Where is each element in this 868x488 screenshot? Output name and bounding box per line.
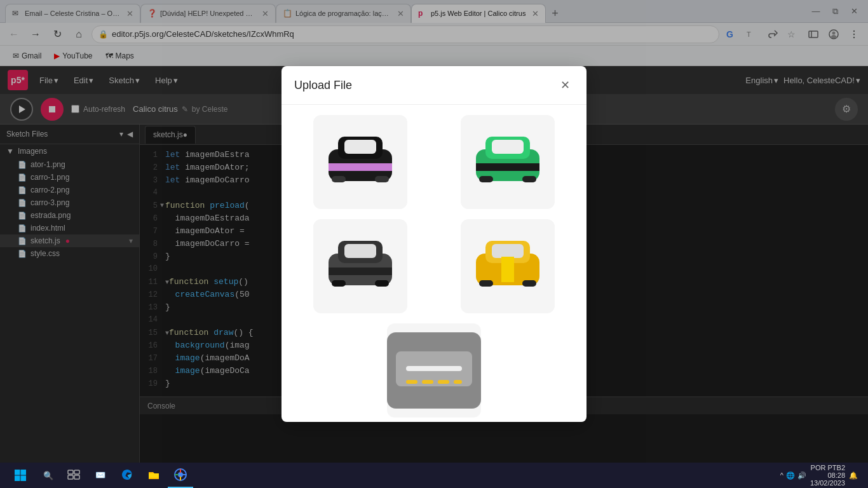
start-button[interactable] (5, 465, 36, 485)
svg-rect-50 (74, 475, 79, 479)
svg-point-52 (178, 472, 183, 477)
svg-rect-20 (492, 140, 524, 154)
svg-rect-41 (438, 380, 449, 384)
file-card-carro1[interactable] (313, 115, 407, 209)
chrome-icon (174, 468, 187, 481)
svg-rect-43 (15, 470, 20, 475)
svg-rect-38 (406, 366, 462, 371)
taskbar-clock: 08:28 (827, 471, 845, 479)
svg-rect-44 (21, 470, 27, 475)
file-card-carro3[interactable] (313, 219, 407, 313)
taskbar-app-edge[interactable] (114, 463, 140, 488)
svg-rect-45 (15, 476, 20, 482)
svg-rect-21 (476, 163, 539, 171)
file-card-carro4[interactable] (461, 219, 555, 313)
modal-overlay[interactable]: Upload File ✕ (0, 0, 868, 488)
svg-rect-27 (329, 268, 392, 275)
taskbar-search-button[interactable]: 🔍 (36, 465, 61, 485)
taskbar-right: ^ 🌐 🔊 POR PTB2 08:28 13/02/2023 🔔 (780, 464, 863, 487)
road-image-estrada (387, 332, 481, 409)
svg-rect-39 (406, 380, 417, 384)
svg-rect-26 (344, 244, 376, 258)
taskbar-app-explorer[interactable] (141, 463, 166, 488)
svg-rect-49 (68, 475, 73, 479)
taskbar-date: 13/02/2023 (810, 479, 845, 487)
svg-rect-47 (68, 470, 73, 474)
taskbar-chevron-icon[interactable]: ^ (780, 471, 783, 479)
svg-rect-16 (332, 176, 346, 182)
svg-rect-14 (344, 140, 376, 154)
file-card-estrada[interactable] (387, 323, 481, 417)
file-explorer-icon (147, 469, 160, 480)
taskbar-app-chrome[interactable] (168, 463, 193, 488)
svg-rect-40 (422, 380, 433, 384)
car-image-carro2 (470, 130, 546, 194)
svg-rect-46 (21, 476, 27, 482)
taskbar-sound-icon[interactable]: 🔊 (797, 471, 806, 480)
task-view-icon (67, 470, 80, 480)
svg-rect-15 (329, 163, 392, 171)
modal-body (281, 105, 587, 422)
taskbar-system-icons: ^ 🌐 🔊 (780, 471, 806, 480)
svg-rect-22 (479, 176, 493, 182)
upload-file-modal: Upload File ✕ (281, 66, 587, 422)
svg-rect-17 (375, 176, 389, 182)
svg-rect-23 (522, 176, 536, 182)
taskbar-app-taskview[interactable] (61, 463, 86, 488)
modal-title: Upload File (294, 79, 352, 92)
taskbar-app-mail[interactable]: ✉️ (88, 463, 113, 488)
svg-rect-32 (492, 244, 524, 258)
taskbar-time-area: POR PTB2 08:28 13/02/2023 (810, 464, 845, 487)
windows-logo-icon (14, 469, 27, 482)
taskbar-apps: ✉️ (61, 463, 780, 488)
svg-rect-29 (375, 280, 389, 287)
svg-rect-35 (522, 280, 536, 287)
file-card-carro2[interactable] (461, 115, 555, 209)
file-grid (292, 115, 576, 417)
svg-rect-28 (332, 280, 346, 287)
modal-close-button[interactable]: ✕ (556, 76, 574, 94)
modal-header: Upload File ✕ (281, 66, 587, 105)
car-image-carro3 (322, 234, 398, 298)
taskbar-language: POR PTB2 (811, 464, 845, 471)
car-image-carro1 (322, 130, 398, 194)
svg-rect-48 (74, 470, 79, 474)
taskbar-network-icon[interactable]: 🌐 (786, 471, 795, 480)
svg-rect-33 (501, 257, 514, 282)
taskbar: 🔍 ✉️ (0, 463, 868, 488)
svg-rect-42 (454, 380, 462, 384)
edge-icon (121, 468, 133, 481)
svg-rect-34 (479, 280, 493, 287)
taskbar-notification-icon[interactable]: 🔔 (849, 471, 858, 480)
car-image-carro4 (470, 234, 546, 298)
